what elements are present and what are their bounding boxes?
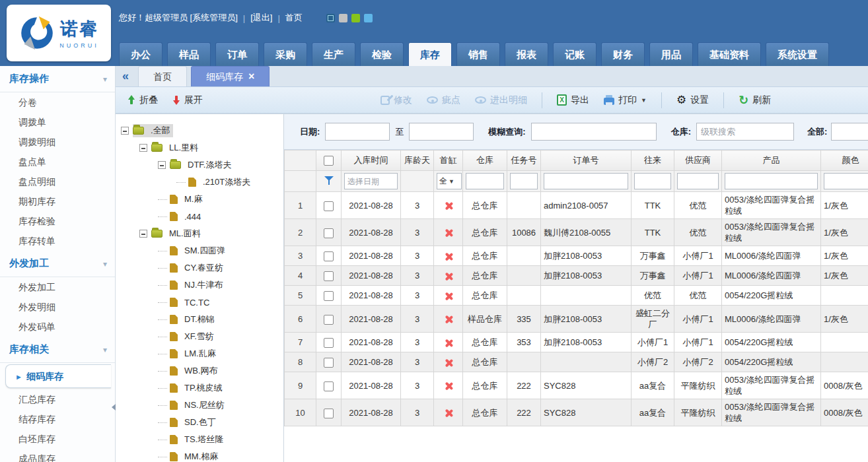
nav-tab-9[interactable]: 记账	[553, 42, 597, 66]
inout-detail-button[interactable]: 进出明细	[475, 94, 527, 106]
sidebar-item[interactable]: 调拨单	[0, 112, 115, 132]
tree-node[interactable]: NS.尼丝纺	[116, 397, 283, 414]
col-header-5[interactable]: 订单号	[541, 150, 632, 171]
col-header-0[interactable]: 入库时间	[342, 150, 401, 171]
col-header-1[interactable]: 库龄天	[401, 150, 434, 171]
row-checkbox[interactable]	[324, 228, 334, 238]
col-header-6[interactable]: 往来	[632, 150, 674, 171]
sidebar-item[interactable]: 分卷	[0, 92, 115, 112]
row-checkbox[interactable]	[324, 409, 334, 418]
tree-node[interactable]: TC.TC	[116, 294, 283, 311]
fuzzy-search-input[interactable]	[531, 123, 657, 141]
close-tab-icon[interactable]: ×	[248, 71, 254, 82]
col-header-9[interactable]: 颜色	[821, 150, 868, 171]
col-header-8[interactable]: 产品	[722, 150, 821, 171]
logout-link[interactable]: [退出]	[250, 12, 272, 24]
warehouse-search-input[interactable]	[696, 123, 794, 141]
sidebar-section-2[interactable]: 库存相关▾	[0, 337, 115, 363]
sidebar-item[interactable]: 库存检验	[0, 211, 115, 231]
sidebar-item[interactable]: 外发明细	[0, 297, 115, 317]
row-checkbox[interactable]	[324, 358, 334, 368]
tree-node[interactable]: DTF.涤塔夫	[116, 156, 283, 174]
sidebar-item[interactable]: 外发码单	[0, 317, 115, 337]
nav-tab-1[interactable]: 样品	[167, 42, 211, 66]
collapse-button[interactable]: 折叠	[127, 94, 158, 106]
color-column-filter-input[interactable]	[824, 173, 868, 189]
tree-expander-icon[interactable]	[121, 127, 129, 135]
col-header-7[interactable]: 供应商	[674, 150, 722, 171]
tree-node[interactable]: .210T涤塔夫	[116, 174, 283, 191]
print-button[interactable]: 打印 ▼	[604, 94, 647, 106]
supplier-column-filter-input[interactable]	[677, 173, 719, 189]
row-checkbox[interactable]	[324, 381, 334, 391]
theme-swatch[interactable]	[364, 14, 373, 22]
warehouse-column-filter-input[interactable]	[466, 173, 504, 189]
nav-tab-13[interactable]: 系统设置	[766, 42, 829, 66]
row-checkbox[interactable]	[324, 291, 334, 301]
nav-tab-10[interactable]: 财务	[601, 42, 645, 66]
row-checkbox[interactable]	[324, 251, 334, 261]
product-column-filter-input[interactable]	[725, 173, 818, 189]
home-link[interactable]: 首页	[285, 12, 303, 24]
nav-tab-3[interactable]: 采购	[264, 42, 307, 66]
defect-button[interactable]: 疵点	[427, 94, 460, 106]
tree-expander-icon[interactable]	[139, 144, 147, 152]
theme-swatch[interactable]	[351, 14, 360, 22]
sidebar-item[interactable]: 盘点单	[0, 152, 115, 172]
row-checkbox[interactable]	[324, 338, 334, 348]
date-from-input[interactable]	[325, 123, 390, 141]
refresh-button[interactable]: ↻ 刷新	[739, 94, 771, 106]
theme-swatch[interactable]	[326, 14, 335, 22]
theme-swatch[interactable]	[339, 14, 347, 22]
edit-button[interactable]: 修改	[380, 94, 412, 106]
nav-tab-2[interactable]: 订单	[215, 42, 259, 66]
tree-node[interactable]: SM.四面弹	[116, 242, 283, 259]
contact-column-filter-input[interactable]	[634, 173, 671, 189]
tree-node[interactable]: MM.棉麻	[116, 448, 283, 462]
row-checkbox[interactable]	[324, 271, 334, 281]
order-column-filter-input[interactable]	[544, 173, 628, 189]
export-button[interactable]: X 导出	[557, 94, 589, 106]
tree-node[interactable]: M.麻	[116, 191, 283, 208]
tree-node[interactable]: LM.乱麻	[116, 345, 283, 362]
nav-tab-4[interactable]: 生产	[312, 42, 355, 66]
tree-node[interactable]: TS.塔丝隆	[116, 431, 283, 448]
tree-node[interactable]: .444	[116, 208, 283, 225]
sidebar-item[interactable]: 期初库存	[0, 191, 115, 211]
sidebar-section-0[interactable]: 库存操作▾	[0, 66, 115, 92]
sidebar-item[interactable]: 调拨明细	[0, 132, 115, 152]
tab-xima-inventory[interactable]: 细码库存 ×	[191, 66, 270, 86]
all-filter-input[interactable]	[831, 123, 868, 141]
tree-node[interactable]: SD.色丁	[116, 414, 283, 431]
date-column-filter-input[interactable]	[344, 173, 398, 189]
filter-funnel-icon[interactable]	[324, 176, 334, 185]
row-checkbox[interactable]	[324, 315, 334, 325]
tree-node[interactable]: TP.桃皮绒	[116, 380, 283, 397]
tree-node[interactable]: DT.棉锦	[116, 311, 283, 328]
nav-tab-5[interactable]: 检验	[360, 42, 404, 66]
nav-tab-6[interactable]: 库存	[408, 42, 452, 66]
tree-node[interactable]: .全部	[116, 122, 283, 139]
nav-tab-12[interactable]: 基础资料	[698, 42, 761, 66]
sidebar-section-1[interactable]: 外发加工▾	[0, 251, 115, 277]
nav-tab-7[interactable]: 销售	[456, 42, 500, 66]
sidebar-item[interactable]: 结存库存	[0, 409, 115, 429]
first-vat-filter-select[interactable]: 全▼	[437, 173, 462, 189]
nav-tab-0[interactable]: 办公	[119, 42, 163, 66]
expand-button[interactable]: 展开	[172, 94, 203, 106]
col-header-2[interactable]: 首缸	[434, 150, 463, 171]
tree-node[interactable]: CY.春亚纺	[116, 259, 283, 277]
col-header-3[interactable]: 仓库	[463, 150, 507, 171]
select-all-checkbox[interactable]	[324, 156, 334, 166]
tree-node[interactable]: LL.里料	[116, 139, 283, 156]
tree-expander-icon[interactable]	[139, 230, 147, 238]
col-header-4[interactable]: 任务号	[507, 150, 541, 171]
tab-home[interactable]: 首页	[138, 66, 187, 86]
sidebar-item[interactable]: ►细码库存	[5, 364, 111, 388]
date-to-input[interactable]	[409, 123, 474, 141]
nav-tab-8[interactable]: 报表	[505, 42, 548, 66]
tree-node[interactable]: ML.面料	[116, 225, 283, 242]
tree-node[interactable]: WB.网布	[116, 362, 283, 380]
sidebar-item[interactable]: 库存转单	[0, 231, 115, 251]
sidebar-item[interactable]: 盘点明细	[0, 172, 115, 191]
